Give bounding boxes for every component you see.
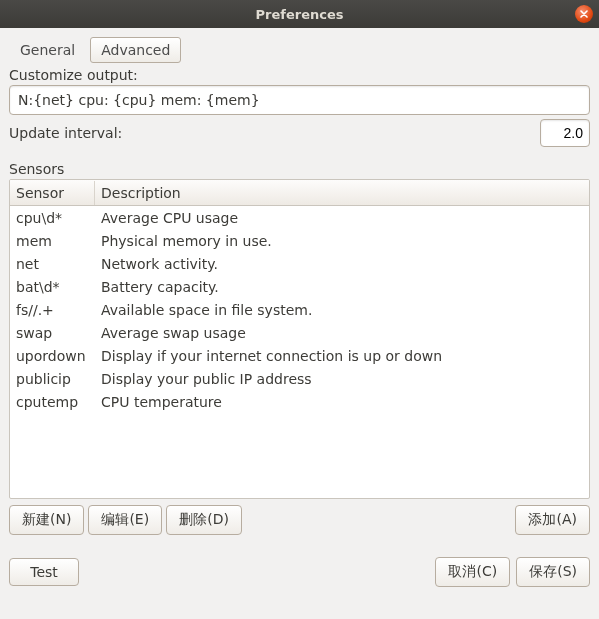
spacer xyxy=(246,505,512,535)
dialog-button-row: Test 取消(C) 保存(S) xyxy=(9,557,590,587)
delete-button[interactable]: 删除(D) xyxy=(166,505,242,535)
cell-sensor: fs//.+ xyxy=(10,300,95,320)
table-body: cpu\d* Average CPU usage mem Physical me… xyxy=(10,206,589,413)
cell-sensor: swap xyxy=(10,323,95,343)
cell-sensor: cpu\d* xyxy=(10,208,95,228)
tab-general[interactable]: General xyxy=(9,37,86,63)
cell-sensor: bat\d* xyxy=(10,277,95,297)
cell-sensor: mem xyxy=(10,231,95,251)
test-button[interactable]: Test xyxy=(9,558,79,586)
table-header: Sensor Description xyxy=(10,180,589,206)
sensors-table: Sensor Description cpu\d* Average CPU us… xyxy=(9,179,590,499)
window-title: Preferences xyxy=(256,7,344,22)
cell-description: Average swap usage xyxy=(95,323,589,343)
cell-description: Physical memory in use. xyxy=(95,231,589,251)
cell-description: Display your public IP address xyxy=(95,369,589,389)
add-button[interactable]: 添加(A) xyxy=(515,505,590,535)
table-row[interactable]: publicip Display your public IP address xyxy=(10,367,589,390)
table-row[interactable]: cputemp CPU temperature xyxy=(10,390,589,413)
header-sensor[interactable]: Sensor xyxy=(10,181,95,205)
tab-advanced[interactable]: Advanced xyxy=(90,37,181,63)
cell-description: Network activity. xyxy=(95,254,589,274)
new-button[interactable]: 新建(N) xyxy=(9,505,84,535)
close-icon xyxy=(580,10,588,18)
header-description[interactable]: Description xyxy=(95,181,589,205)
content-area: General Advanced Customize output: Updat… xyxy=(0,28,599,596)
sensors-title: Sensors xyxy=(9,161,590,177)
table-row[interactable]: fs//.+ Available space in file system. xyxy=(10,298,589,321)
cell-description: Available space in file system. xyxy=(95,300,589,320)
table-row[interactable]: upordown Display if your internet connec… xyxy=(10,344,589,367)
cell-description: Average CPU usage xyxy=(95,208,589,228)
cancel-button[interactable]: 取消(C) xyxy=(435,557,510,587)
table-row[interactable]: net Network activity. xyxy=(10,252,589,275)
update-interval-input[interactable] xyxy=(540,119,590,147)
table-row[interactable]: bat\d* Battery capacity. xyxy=(10,275,589,298)
sensor-button-row: 新建(N) 编辑(E) 删除(D) 添加(A) xyxy=(9,505,590,535)
cell-sensor: net xyxy=(10,254,95,274)
save-button[interactable]: 保存(S) xyxy=(516,557,590,587)
cell-description: Display if your internet connection is u… xyxy=(95,346,589,366)
customize-label: Customize output: xyxy=(9,67,590,83)
cell-sensor: cputemp xyxy=(10,392,95,412)
cell-description: CPU temperature xyxy=(95,392,589,412)
tab-bar: General Advanced xyxy=(9,37,590,63)
titlebar: Preferences xyxy=(0,0,599,28)
cell-sensor: upordown xyxy=(10,346,95,366)
cell-description: Battery capacity. xyxy=(95,277,589,297)
table-row[interactable]: mem Physical memory in use. xyxy=(10,229,589,252)
close-button[interactable] xyxy=(575,5,593,23)
tab-general-label: General xyxy=(20,42,75,58)
tab-advanced-label: Advanced xyxy=(101,42,170,58)
edit-button[interactable]: 编辑(E) xyxy=(88,505,162,535)
table-row[interactable]: swap Average swap usage xyxy=(10,321,589,344)
update-interval-label: Update interval: xyxy=(9,125,122,141)
cell-sensor: publicip xyxy=(10,369,95,389)
customize-output-input[interactable] xyxy=(9,85,590,115)
sensors-group: Sensors Sensor Description cpu\d* Averag… xyxy=(9,161,590,535)
table-row[interactable]: cpu\d* Average CPU usage xyxy=(10,206,589,229)
